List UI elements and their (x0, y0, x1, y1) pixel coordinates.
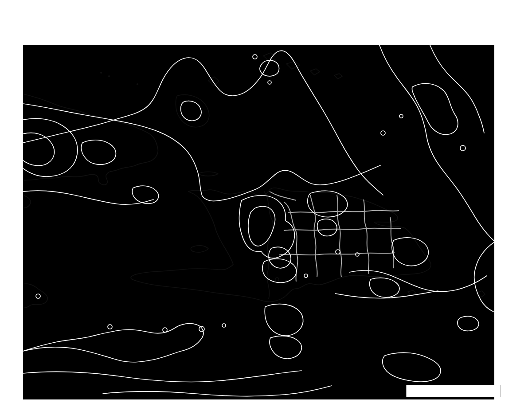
cay-dot (137, 83, 138, 85)
field-20-21 (17, 171, 68, 203)
temperature-map (0, 0, 532, 411)
cay-dot (100, 72, 102, 74)
cay-dot (108, 75, 110, 77)
brand-box (406, 385, 501, 397)
temperature-shading (17, 45, 511, 402)
weather-map-page (0, 0, 532, 411)
field-24-25-spot (260, 239, 265, 244)
field-17-18-south (265, 307, 311, 337)
field-17-18-south (124, 385, 337, 401)
